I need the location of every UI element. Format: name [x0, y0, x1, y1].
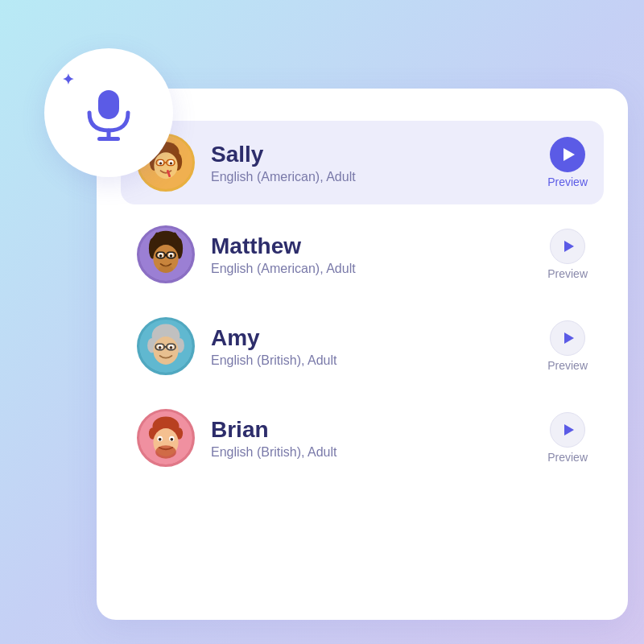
voice-desc-amy: English (British), Adult	[211, 353, 547, 368]
voice-desc-matthew: English (American), Adult	[211, 262, 547, 276]
svg-point-25	[159, 254, 163, 258]
preview-button-matthew[interactable]: Preview	[547, 229, 588, 280]
play-icon-matthew	[564, 241, 574, 252]
preview-button-brian[interactable]: Preview	[547, 412, 588, 464]
voice-item-sally[interactable]: Sally English (American), Adult Preview	[121, 121, 604, 204]
avatar-amy	[137, 317, 195, 375]
play-circle-brian	[550, 412, 585, 448]
play-icon-amy	[564, 332, 574, 344]
sparkle-icon: ✦	[62, 71, 74, 89]
svg-point-35	[153, 336, 178, 365]
svg-rect-2	[97, 137, 120, 141]
svg-point-26	[170, 254, 173, 258]
svg-point-38	[159, 346, 162, 349]
svg-point-50	[159, 438, 162, 441]
voice-list: Sally English (American), Adult Preview	[121, 121, 604, 480]
svg-point-21	[171, 233, 177, 247]
svg-point-51	[171, 438, 174, 441]
play-circle-sally	[550, 137, 585, 172]
play-icon-brian	[564, 424, 574, 436]
voice-name-amy: Amy	[211, 324, 547, 352]
avatar-matthew	[137, 225, 195, 283]
voice-info-brian: Brian English (British), Adult	[211, 416, 547, 460]
voice-info-sally: Sally English (American), Adult	[211, 141, 547, 185]
preview-label-brian: Preview	[547, 451, 588, 464]
play-circle-amy	[550, 320, 585, 356]
mic-circle: ✦	[44, 48, 173, 177]
preview-label-amy: Preview	[547, 359, 588, 372]
voice-info-amy: Amy English (British), Adult	[211, 324, 547, 369]
svg-point-10	[159, 162, 162, 164]
card-panel: Sally English (American), Adult Preview	[97, 89, 628, 620]
voice-item-brian[interactable]: Brian English (British), Adult Preview	[121, 396, 604, 480]
voice-desc-sally: English (American), Adult	[211, 170, 547, 184]
voice-name-matthew: Matthew	[211, 233, 547, 260]
svg-point-20	[154, 233, 159, 247]
svg-point-30	[159, 266, 173, 273]
svg-point-39	[170, 346, 173, 349]
voice-info-matthew: Matthew English (American), Adult	[211, 233, 547, 277]
play-circle-matthew	[550, 229, 585, 264]
avatar-brian	[137, 409, 195, 467]
voice-name-brian: Brian	[211, 416, 547, 444]
microphone-svg	[76, 80, 141, 145]
svg-rect-0	[98, 90, 119, 119]
svg-point-11	[170, 162, 172, 164]
preview-button-sally[interactable]: Preview	[547, 137, 588, 188]
voice-item-matthew[interactable]: Matthew English (American), Adult Previe…	[121, 213, 604, 296]
voice-item-amy[interactable]: Amy English (British), Adult Preview	[121, 304, 604, 388]
voice-desc-brian: English (British), Adult	[211, 445, 547, 460]
mic-icon: ✦	[76, 80, 141, 145]
app-container: ✦	[0, 0, 644, 644]
preview-label-matthew: Preview	[547, 267, 588, 280]
voice-name-sally: Sally	[211, 141, 547, 168]
preview-label-sally: Preview	[547, 175, 588, 188]
preview-button-amy[interactable]: Preview	[547, 320, 588, 372]
play-icon-sally	[564, 148, 575, 161]
